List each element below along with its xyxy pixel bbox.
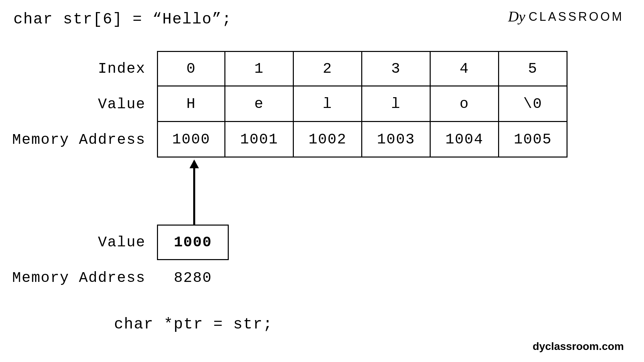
brand-text: CLASSROOM — [529, 10, 624, 24]
row-label-value: Value — [9, 86, 157, 122]
pointer-declaration: char *ptr = str; — [114, 316, 273, 333]
brand: Dy CLASSROOM — [508, 9, 624, 24]
diagram-stage: char str[6] = “Hello”; Dy CLASSROOM dycl… — [0, 0, 644, 362]
cell-index: 1 — [224, 51, 294, 86]
cell-index: 3 — [361, 51, 431, 86]
site-url: dyclassroom.com — [533, 340, 624, 353]
pointer-arrow — [191, 161, 195, 225]
cell-value: H — [157, 85, 225, 122]
row-label-addr: Memory Address — [9, 122, 157, 158]
pointer-value-box: 1000 — [157, 225, 229, 260]
cell-addr: 1001 — [224, 121, 294, 158]
pointer-addr-value: 8280 — [157, 260, 229, 296]
cell-value: \0 — [498, 85, 568, 122]
cell-value: o — [430, 85, 499, 122]
brand-logo-icon: Dy — [508, 9, 525, 24]
cell-addr: 1005 — [498, 121, 568, 158]
row-label-index: Index — [9, 51, 157, 86]
pointer-addr-label: Memory Address — [9, 260, 157, 296]
cell-addr: 1004 — [430, 121, 499, 158]
pointer-value-label: Value — [9, 225, 157, 260]
pointer-block: Value 1000 Memory Address 8280 — [9, 225, 229, 296]
cell-index: 4 — [430, 51, 499, 86]
cell-index: 5 — [498, 51, 568, 86]
cell-index: 2 — [293, 51, 362, 86]
cell-addr: 1002 — [293, 121, 362, 158]
cell-index: 0 — [157, 51, 225, 86]
cell-addr: 1000 — [157, 121, 225, 158]
cell-value: l — [293, 85, 362, 122]
cell-value: e — [224, 85, 294, 122]
memory-table: Index 0 1 2 3 4 5 Value H e l l o \0 Mem… — [9, 51, 568, 158]
arrow-up-icon — [190, 160, 199, 168]
array-declaration: char str[6] = “Hello”; — [13, 11, 232, 28]
cell-value: l — [361, 85, 431, 122]
cell-addr: 1003 — [361, 121, 431, 158]
arrow-line — [193, 161, 195, 225]
